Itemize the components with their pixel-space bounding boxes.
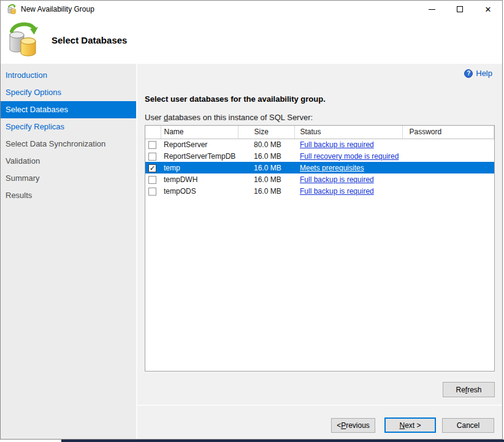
sidebar-item-summary: Summary <box>1 170 136 187</box>
previous-button[interactable]: < Previous <box>331 418 375 433</box>
database-grid: Name Size Status Password ReportServer80… <box>145 125 495 372</box>
screen: New Availability Group ✕ <box>0 0 504 442</box>
status-column-header[interactable]: Status <box>294 126 402 139</box>
name-column-header[interactable]: Name <box>161 126 238 139</box>
close-button[interactable]: ✕ <box>474 1 502 18</box>
table-row[interactable]: ✓temp16.0 MBMeets prerequisites <box>145 162 494 173</box>
row-checkbox[interactable] <box>148 153 156 161</box>
row-checkbox[interactable] <box>148 176 156 184</box>
table-row[interactable]: tempODS16.0 MBFull backup is required <box>145 185 494 197</box>
taskbar-strip <box>0 440 504 442</box>
row-checkbox-checked[interactable]: ✓ <box>148 164 156 172</box>
sidebar-item-select-databases[interactable]: Select Databases <box>1 101 136 118</box>
help-link[interactable]: ? Help <box>464 69 492 78</box>
sidebar-item-validation: Validation <box>1 153 136 170</box>
status-link[interactable]: Full backup is required <box>300 175 374 184</box>
maximize-icon <box>457 6 463 12</box>
taskbar-white-segment <box>0 440 61 442</box>
status-link[interactable]: Full backup is required <box>300 140 374 149</box>
grid-header-row: Name Size Status Password <box>145 126 494 139</box>
table-row[interactable]: ReportServer80.0 MBFull backup is requir… <box>145 139 494 150</box>
size-column-header[interactable]: Size <box>238 126 294 139</box>
window-controls: ✕ <box>418 1 502 18</box>
minimize-button[interactable] <box>418 1 446 18</box>
databases-replication-icon <box>6 21 40 59</box>
page-title: Select Databases <box>52 35 127 45</box>
main-panel: ? Help Select user databases for the ava… <box>137 64 502 439</box>
footer-divider <box>137 405 502 406</box>
select-column-header[interactable] <box>145 126 161 139</box>
wizard-body: IntroductionSpecify OptionsSelect Databa… <box>1 64 502 439</box>
new-availability-group-dialog: New Availability Group ✕ <box>0 0 503 440</box>
password-column-header[interactable]: Password <box>402 126 494 139</box>
wizard-steps: IntroductionSpecify OptionsSelect Databa… <box>1 64 137 439</box>
status-link[interactable]: Full backup is required <box>300 187 374 196</box>
minimize-icon <box>429 9 435 10</box>
window-title: New Availability Group <box>21 5 94 13</box>
sidebar-item-select-data-synchronization: Select Data Synchronization <box>1 135 136 153</box>
status-link[interactable]: Full recovery mode is required <box>300 152 399 161</box>
table-row[interactable]: ReportServerTempDB16.0 MBFull recovery m… <box>145 150 494 162</box>
wizard-header: Select Databases <box>1 18 502 64</box>
row-checkbox[interactable] <box>148 141 156 149</box>
title-bar: New Availability Group ✕ <box>1 1 502 18</box>
status-link[interactable]: Meets prerequisites <box>300 164 364 172</box>
sidebar-item-introduction[interactable]: Introduction <box>1 67 136 84</box>
row-checkbox[interactable] <box>148 188 156 196</box>
sidebar-item-specify-options[interactable]: Specify Options <box>1 84 136 101</box>
cancel-button[interactable]: Cancel <box>442 418 494 433</box>
database-list-label: User databases on this instance of SQL S… <box>145 113 313 122</box>
sidebar-item-results: Results <box>1 187 136 204</box>
next-button[interactable]: Next > <box>384 417 436 433</box>
db-table-body: ReportServer80.0 MBFull backup is requir… <box>145 139 494 197</box>
availability-group-icon <box>6 4 17 15</box>
help-icon: ? <box>464 69 473 78</box>
refresh-button[interactable]: Refresh <box>443 382 495 397</box>
table-row[interactable]: tempDWH16.0 MBFull backup is required <box>145 173 494 185</box>
maximize-button[interactable] <box>446 1 474 18</box>
sidebar-item-specify-replicas[interactable]: Specify Replicas <box>1 118 136 135</box>
close-icon: ✕ <box>485 6 492 13</box>
instruction-text: Select user databases for the availabili… <box>145 94 326 104</box>
help-label: Help <box>476 69 492 78</box>
